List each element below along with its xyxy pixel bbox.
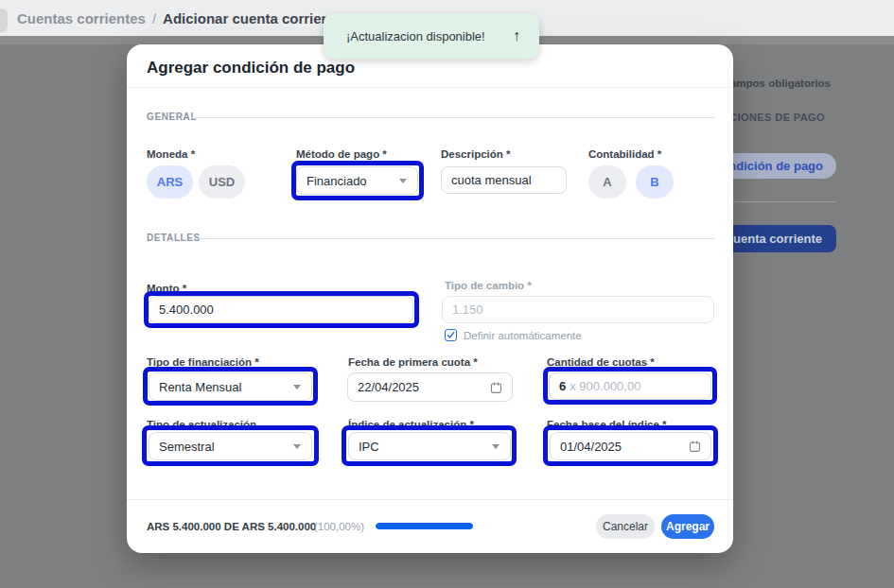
cantidad-cuotas-suffix: x 900.000,00 <box>570 379 640 393</box>
chevron-down-icon <box>293 385 301 389</box>
fecha-primera-cuota-label: Fecha de primera cuota * <box>348 356 478 368</box>
cantidad-cuotas-value: 6 <box>559 379 566 393</box>
section-general-line <box>191 117 714 118</box>
tipo-actualizacion-label: Tipo de actualización <box>147 419 256 430</box>
fecha-primera-cuota-value: 22/04/2025 <box>358 380 419 394</box>
checkbox-checked-icon[interactable] <box>445 329 457 341</box>
calendar-icon[interactable] <box>489 380 503 394</box>
section-general: GENERAL <box>147 112 197 122</box>
monto-input[interactable]: 5.400.000 <box>149 296 413 323</box>
descripcion-input[interactable]: cuota mensual <box>441 166 567 194</box>
tipo-financiacion-value: Renta Mensual <box>159 380 241 394</box>
breadcrumb-parent[interactable]: Cuentas corrientes <box>17 10 146 26</box>
section-detalles: DETALLES <box>147 233 201 243</box>
calendar-icon[interactable] <box>688 440 702 454</box>
metodo-pago-value: Financiado <box>307 174 367 188</box>
fecha-base-indice-input[interactable]: 01/04/2025 <box>550 432 711 460</box>
cantidad-cuotas-input[interactable]: 6 x 900.000,00 <box>549 372 711 400</box>
cantidad-cuotas-label: Cantidad de cuotas * <box>547 356 655 368</box>
add-payment-condition-modal: Agregar condición de pago GENERAL Moneda… <box>127 44 733 553</box>
contabilidad-a-toggle[interactable]: A <box>588 165 626 199</box>
fecha-base-indice-label: Fecha base del índice * <box>547 419 667 430</box>
contabilidad-b-toggle[interactable]: B <box>636 165 674 199</box>
tipo-cambio-input: 1.150 <box>442 296 714 323</box>
auto-define-label: Definir automáticamente <box>464 330 582 341</box>
moneda-label: Moneda * <box>147 148 195 160</box>
currency-usd-toggle[interactable]: USD <box>199 165 245 199</box>
monto-label: Monto * <box>147 283 186 294</box>
metodo-pago-select[interactable]: Financiado <box>296 166 418 195</box>
modal-title: Agregar condición de pago <box>147 59 355 78</box>
fecha-base-indice-value: 01/04/2025 <box>560 440 622 454</box>
tipo-actualizacion-value: Semestral <box>159 440 215 454</box>
breadcrumb-current: Adicionar cuenta corriente <box>163 10 342 26</box>
modal-header-divider <box>127 87 733 88</box>
nav-button-fragment[interactable] <box>0 9 8 32</box>
chevron-down-icon <box>492 444 500 449</box>
auto-define-row[interactable]: Definir automáticamente <box>445 329 582 341</box>
breadcrumb-separator: / <box>152 10 156 26</box>
indice-actualizacion-select[interactable]: IPC <box>348 432 511 460</box>
arrow-up-icon[interactable]: ↑ <box>513 27 520 44</box>
section-detalles-line <box>196 238 714 239</box>
tipo-cambio-label: Tipo de cambio * <box>445 280 532 291</box>
indice-actualizacion-value: IPC <box>359 440 379 454</box>
progress-fill <box>376 523 473 529</box>
tipo-actualizacion-select[interactable]: Semestral <box>149 432 312 460</box>
tipo-financiacion-select[interactable]: Renta Mensual <box>149 372 312 401</box>
modal-footer-divider <box>127 499 733 500</box>
descripcion-label: Descripción * <box>441 148 511 160</box>
currency-ars-toggle[interactable]: ARS <box>147 165 193 199</box>
tipo-financiacion-label: Tipo de financiación * <box>147 356 259 368</box>
percent-label: (100,00%) <box>314 521 364 532</box>
chevron-down-icon <box>293 444 301 449</box>
progress-bar <box>376 523 473 529</box>
amount-summary: ARS 5.400.000 DE ARS 5.400.000 <box>147 521 316 532</box>
metodo-pago-label: Método de pago * <box>296 148 387 160</box>
toast-message: ¡Actualizacion disponible! <box>346 29 485 43</box>
fecha-primera-cuota-input[interactable]: 22/04/2025 <box>347 372 513 402</box>
indice-actualizacion-label: Índice de actualización * <box>348 419 474 430</box>
chevron-down-icon <box>399 179 407 183</box>
cancel-button[interactable]: Cancelar <box>596 514 655 539</box>
update-toast[interactable]: ¡Actualizacion disponible! ↑ <box>324 13 539 59</box>
contabilidad-label: Contabilidad * <box>588 148 661 160</box>
submit-button[interactable]: Agregar <box>661 514 714 539</box>
